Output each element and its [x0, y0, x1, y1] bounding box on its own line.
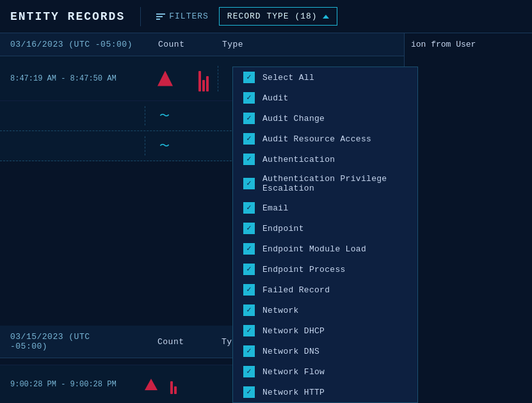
alert-triangle-icon [157, 71, 173, 86]
count-header-1: Count [158, 40, 197, 49]
record-type-label: RECORD TYPE (18) [227, 12, 318, 21]
page-title: ENTITY RECORDS [10, 10, 125, 23]
dropdown-item-endpoint-module-load[interactable]: Endpoint Module Load [233, 239, 417, 259]
dashed-line-1 [218, 66, 218, 91]
header: ENTITY RECORDS FILTERS RECORD TYPE (18) [0, 0, 532, 33]
checkbox-network-http[interactable] [243, 386, 255, 398]
date-row-2: 03/15/2023 (UTC -05:00) Count Type [0, 326, 232, 358]
alert-tri-icon [145, 379, 157, 390]
count-header-2: Count [157, 337, 196, 347]
right-panel: ion from User [404, 33, 532, 403]
dropdown-label-endpoint-module-load: Endpoint Module Load [262, 244, 366, 254]
checkbox-endpoint-process[interactable] [243, 264, 255, 275]
dropdown-label-select-all: Select All [262, 73, 314, 83]
bar-b1 [170, 381, 173, 394]
dropdown-label-audit-resource-access: Audit Resource Access [262, 134, 371, 144]
bar-b2 [174, 386, 177, 394]
header-divider [140, 7, 141, 26]
filter-icon [156, 13, 165, 20]
filters-button[interactable]: FILTERS [156, 12, 209, 21]
dropdown-item-network-dns[interactable]: Network DNS [233, 341, 417, 361]
dropdown-label-auth-privilege: Authentication Privilege Escalation [262, 174, 407, 193]
checkbox-network[interactable] [243, 304, 255, 316]
event-row-bottom-1: 9:00:28 PM - 9:00:28 PM [0, 365, 232, 403]
dropdown-item-network-dhcp[interactable]: Network DHCP [233, 320, 417, 341]
event-time-1: 8:47:19 AM - 8:47:50 AM [10, 74, 132, 83]
dropdown-item-audit-change[interactable]: Audit Change [233, 108, 417, 129]
dropdown-item-authentication[interactable]: Authentication [233, 149, 417, 170]
checkbox-network-dhcp[interactable] [243, 325, 255, 336]
bar-1 [198, 71, 201, 91]
checkbox-auth-privilege[interactable] [243, 178, 255, 189]
date-label-2: 03/15/2023 (UTC -05:00) [10, 332, 132, 351]
checkbox-audit[interactable] [243, 92, 255, 104]
dropdown-item-endpoint-process[interactable]: Endpoint Process [233, 259, 417, 280]
wave-icon-2: 〜 [159, 139, 170, 153]
checkbox-email[interactable] [243, 202, 255, 214]
dropdown-label-endpoint: Endpoint [262, 224, 304, 233]
checkbox-authentication[interactable] [243, 154, 255, 165]
date-row-1: 03/16/2023 (UTC -05:00) Count Type [0, 33, 404, 56]
type-header-1: Type [222, 40, 243, 49]
checkbox-endpoint-module-load[interactable] [243, 243, 255, 255]
dropdown-label-failed-record: Failed Record [262, 285, 330, 295]
dropdown-label-network: Network [262, 306, 299, 315]
dropdown-label-network-dns: Network DNS [262, 347, 319, 356]
dropdown-label-network-http: Network HTTP [262, 388, 325, 397]
bar-2 [202, 80, 205, 91]
record-type-dropdown: Select All Audit Audit Change Audit Reso… [232, 67, 418, 403]
dropdown-item-endpoint[interactable]: Endpoint [233, 218, 417, 239]
chevron-up-icon [323, 15, 329, 19]
main-area: 03/16/2023 (UTC -05:00) Count Type 8:47:… [0, 33, 532, 403]
dropdown-label-network-flow: Network Flow [262, 367, 325, 377]
dropdown-item-network[interactable]: Network [233, 300, 417, 320]
checkbox-failed-record[interactable] [243, 284, 255, 296]
bar-chart-bottom [170, 375, 177, 394]
dropdown-item-failed-record[interactable]: Failed Record [233, 280, 417, 300]
checkbox-endpoint[interactable] [243, 223, 255, 234]
checkbox-network-flow[interactable] [243, 366, 255, 377]
dropdown-item-network-http[interactable]: Network HTTP [233, 382, 417, 402]
dropdown-item-audit[interactable]: Audit [233, 88, 417, 108]
event-time-bottom-1: 9:00:28 PM - 9:00:28 PM [10, 380, 132, 389]
wave-icon-1: 〜 [159, 109, 170, 123]
dropdown-label-endpoint-process: Endpoint Process [262, 265, 346, 274]
checkbox-audit-change[interactable] [243, 113, 255, 124]
checkbox-network-dns[interactable] [243, 345, 255, 357]
bar-3 [206, 76, 209, 91]
dropdown-item-auth-privilege[interactable]: Authentication Privilege Escalation [233, 170, 417, 198]
record-type-button[interactable]: RECORD TYPE (18) [219, 7, 337, 26]
bar-chart-1 [198, 66, 209, 91]
partial-text: ion from User [411, 40, 476, 49]
dropdown-label-audit: Audit [262, 93, 289, 103]
dropdown-label-audit-change: Audit Change [262, 114, 325, 123]
dropdown-label-authentication: Authentication [262, 155, 335, 164]
dropdown-item-network-flow[interactable]: Network Flow [233, 361, 417, 382]
dropdown-item-audit-resource-access[interactable]: Audit Resource Access [233, 129, 417, 149]
checkbox-select-all[interactable] [243, 72, 255, 83]
date-label-1: 03/16/2023 (UTC -05:00) [10, 40, 133, 49]
dropdown-label-network-dhcp: Network DHCP [262, 326, 325, 336]
dropdown-label-email: Email [262, 203, 289, 213]
filters-label: FILTERS [169, 12, 209, 21]
dropdown-item-email[interactable]: Email [233, 198, 417, 218]
dropdown-item-select-all[interactable]: Select All [233, 67, 417, 88]
dropdown-scroll[interactable]: Select All Audit Audit Change Audit Reso… [233, 67, 417, 402]
checkbox-audit-resource-access[interactable] [243, 133, 255, 145]
